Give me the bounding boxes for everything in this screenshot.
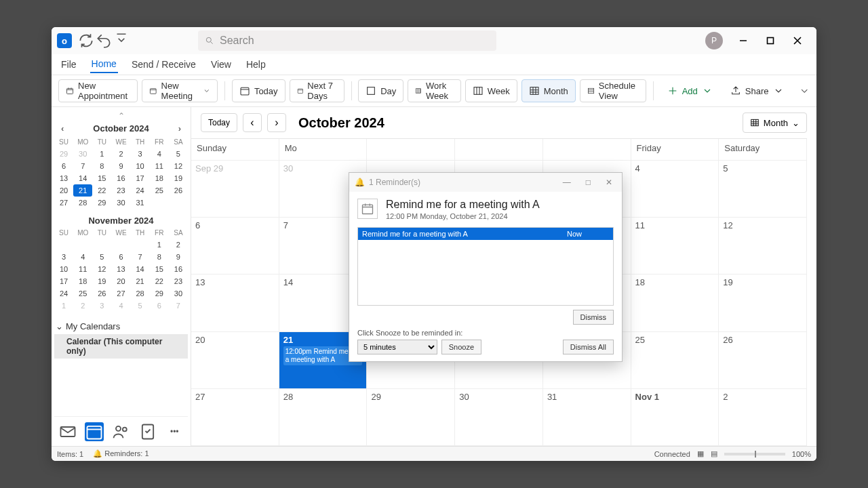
menu-send-receive[interactable]: Send / Receive xyxy=(130,56,197,73)
minimize-button[interactable] xyxy=(730,27,757,54)
day-cell[interactable]: 12 xyxy=(719,218,807,274)
mini-day[interactable]: 29 xyxy=(150,287,169,300)
day-cell[interactable]: 28 xyxy=(279,389,368,446)
mini-day[interactable]: 9 xyxy=(111,160,130,172)
mini-day[interactable]: 23 xyxy=(111,184,130,197)
tasks-icon[interactable] xyxy=(138,422,157,441)
mini-day[interactable]: 9 xyxy=(169,251,188,263)
sidebar-collapse-up[interactable]: ⌃ xyxy=(54,111,188,121)
day-cell[interactable]: 27 xyxy=(191,389,279,446)
mini-day[interactable]: 30 xyxy=(111,197,130,209)
mini-day[interactable]: 25 xyxy=(73,287,92,300)
day-cell[interactable]: 20 xyxy=(191,332,279,389)
mini-day[interactable]: 6 xyxy=(111,251,130,263)
dismiss-all-button[interactable]: Dismiss All xyxy=(563,340,614,354)
day-cell[interactable]: 18 xyxy=(631,274,719,331)
mail-icon[interactable] xyxy=(58,422,77,441)
reminder-list-item[interactable]: Remind me for a meeting with A Now xyxy=(358,228,613,240)
dialog-close-button[interactable]: ✕ xyxy=(601,176,616,188)
today-button[interactable]: Today xyxy=(232,79,285,102)
mini-day[interactable]: 1 xyxy=(92,148,111,160)
mini-day[interactable]: 16 xyxy=(111,172,130,184)
mini-day[interactable]: 26 xyxy=(169,184,188,197)
mini-day[interactable]: 20 xyxy=(54,184,73,197)
snooze-duration-select[interactable]: 5 minutes xyxy=(357,340,437,354)
mini-day[interactable]: 28 xyxy=(73,197,92,209)
share-button[interactable]: Share xyxy=(724,79,791,102)
mini-day[interactable]: 24 xyxy=(54,287,73,300)
mini-day[interactable]: 10 xyxy=(131,160,150,172)
mini-day[interactable]: 27 xyxy=(111,287,130,300)
mini-day[interactable]: 20 xyxy=(111,275,130,287)
mini-day[interactable]: 22 xyxy=(92,184,111,197)
prev-month-icon[interactable]: ‹ xyxy=(58,122,66,135)
snooze-button[interactable]: Snooze xyxy=(441,340,481,354)
mini-day[interactable]: 11 xyxy=(73,263,92,275)
new-meeting-button[interactable]: New Meeting xyxy=(142,79,218,102)
mini-day[interactable]: 14 xyxy=(131,263,150,275)
mini-day[interactable] xyxy=(169,197,188,209)
day-cell[interactable]: 13 xyxy=(191,274,279,331)
day-cell[interactable]: Sep 29 xyxy=(191,161,279,218)
mini-day[interactable]: 3 xyxy=(92,300,111,312)
day-cell[interactable]: 31 xyxy=(543,389,631,446)
mini-day[interactable]: 27 xyxy=(54,197,73,209)
mini-day[interactable]: 29 xyxy=(92,197,111,209)
mini-day[interactable] xyxy=(131,239,150,251)
mini-day[interactable]: 19 xyxy=(92,275,111,287)
menu-view[interactable]: View xyxy=(210,56,233,73)
next-period-button[interactable]: › xyxy=(267,113,286,132)
mini-day[interactable]: 11 xyxy=(150,160,169,172)
people-icon[interactable] xyxy=(111,422,130,441)
week-view-button[interactable]: Week xyxy=(465,79,517,102)
menu-home[interactable]: Home xyxy=(90,56,118,73)
day-cell[interactable]: 29 xyxy=(367,389,455,446)
calendar-icon[interactable] xyxy=(85,422,104,441)
mini-day[interactable]: 2 xyxy=(169,239,188,251)
mini-day[interactable]: 21 xyxy=(73,184,92,197)
mini-day[interactable]: 29 xyxy=(54,148,73,160)
day-cell[interactable]: 6 xyxy=(191,218,279,274)
dialog-titlebar[interactable]: 🔔 1 Reminder(s) — □ ✕ xyxy=(349,173,622,192)
mini-day[interactable]: 23 xyxy=(169,275,188,287)
mini-day[interactable]: 16 xyxy=(169,263,188,275)
next-month-icon[interactable]: › xyxy=(176,122,184,135)
mini-day[interactable]: 12 xyxy=(92,263,111,275)
my-calendars-header[interactable]: ⌄My Calendars xyxy=(54,319,188,334)
mini-day[interactable]: 8 xyxy=(92,160,111,172)
undo-icon[interactable] xyxy=(95,32,113,49)
dismiss-button[interactable]: Dismiss xyxy=(573,310,614,325)
mini-day[interactable]: 5 xyxy=(169,148,188,160)
mini-day[interactable]: 26 xyxy=(92,287,111,300)
mini-day[interactable]: 7 xyxy=(131,251,150,263)
menu-file[interactable]: File xyxy=(60,56,78,73)
mini-day[interactable]: 2 xyxy=(73,300,92,312)
mini-day[interactable]: 6 xyxy=(54,160,73,172)
mini-day[interactable]: 7 xyxy=(169,300,188,312)
view-selector[interactable]: Month ⌄ xyxy=(743,113,807,133)
add-button[interactable]: Add xyxy=(660,79,719,102)
day-cell[interactable]: 25 xyxy=(631,332,719,389)
mini-day[interactable]: 18 xyxy=(150,172,169,184)
sync-icon[interactable] xyxy=(77,32,95,49)
mini-day[interactable]: 28 xyxy=(131,287,150,300)
mini-day[interactable]: 1 xyxy=(54,300,73,312)
mini-day[interactable]: 10 xyxy=(54,263,73,275)
view-normal-icon[interactable]: ▦ xyxy=(697,449,704,458)
qat-dropdown-icon[interactable] xyxy=(113,32,130,49)
today-pill[interactable]: Today xyxy=(201,113,237,132)
new-appointment-button[interactable]: New Appointment xyxy=(58,79,138,102)
mini-day[interactable]: 19 xyxy=(169,172,188,184)
mini-day[interactable]: 13 xyxy=(111,263,130,275)
day-cell[interactable]: Nov 1 xyxy=(631,389,719,446)
user-avatar[interactable]: P xyxy=(705,32,723,49)
dialog-minimize-button[interactable]: — xyxy=(559,176,575,188)
calendar-item[interactable]: Calendar (This computer only) xyxy=(54,334,188,359)
dialog-maximize-button[interactable]: □ xyxy=(582,176,595,188)
mini-day[interactable] xyxy=(54,239,73,251)
mini-day[interactable]: 17 xyxy=(54,275,73,287)
mini-day[interactable]: 3 xyxy=(131,148,150,160)
mini-day[interactable]: 4 xyxy=(111,300,130,312)
mini-day[interactable] xyxy=(111,239,130,251)
mini-day[interactable]: 30 xyxy=(169,287,188,300)
